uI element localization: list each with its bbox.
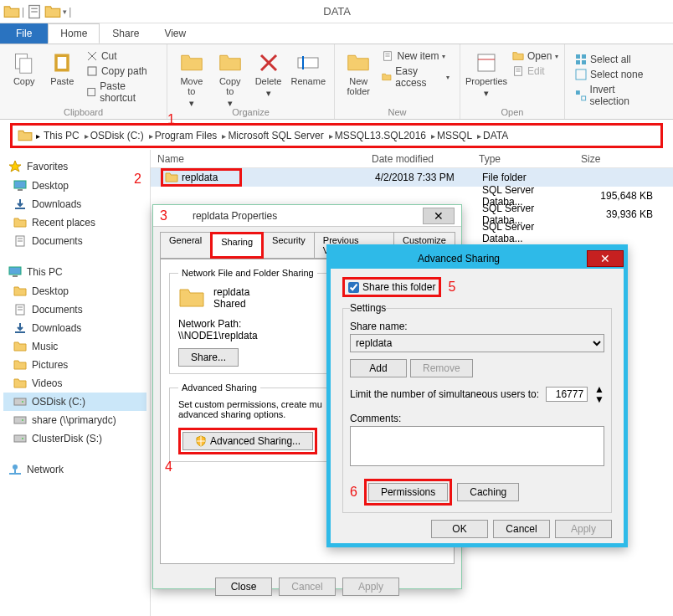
annotation-5: 5: [448, 280, 455, 295]
comments-label: Comments:: [350, 413, 604, 424]
col-date[interactable]: Date modified: [365, 153, 472, 165]
tab-view[interactable]: View: [152, 23, 198, 44]
limit-label: Limit the number of simultaneous users t…: [350, 388, 539, 400]
svg-rect-25: [582, 60, 586, 64]
group-new-label: New: [335, 107, 460, 117]
file-row[interactable]: SQL Server Databa... 195,648 KB: [151, 187, 673, 205]
svg-rect-17: [88, 67, 96, 75]
tab-file[interactable]: File: [0, 23, 48, 44]
share-button[interactable]: Share...: [178, 348, 239, 367]
crumb-data[interactable]: DATA: [483, 130, 508, 141]
nav-downloads-fav[interactable]: Downloads: [3, 195, 146, 213]
selectall-button[interactable]: Select all: [573, 53, 657, 66]
breadcrumb[interactable]: ▸ This PC▸ OSDisk (C:)▸ Program Files▸ M…: [10, 123, 663, 148]
copyto-button[interactable]: Copy to▾: [214, 48, 246, 108]
crumb-inst[interactable]: MSSQL13.SQL2016: [335, 130, 426, 141]
advanced-sharing-button[interactable]: Advanced Sharing...: [182, 432, 313, 450]
prop-tab-general[interactable]: General: [160, 232, 211, 259]
col-size[interactable]: Size: [574, 153, 673, 165]
sharename-select[interactable]: repldata: [350, 334, 604, 352]
ribbon: File Home Share View Copy Paste Cut Copy…: [0, 23, 673, 120]
sidenav: Favorites Desktop Downloads Recent place…: [0, 150, 151, 616]
crumb-pf[interactable]: Program Files: [155, 130, 218, 141]
rename-button[interactable]: Rename: [290, 48, 326, 86]
thispc-header[interactable]: This PC: [3, 262, 146, 282]
nav-music[interactable]: Music: [3, 337, 146, 356]
easyaccess-button[interactable]: Easy access ▾: [380, 64, 451, 90]
adv-cancel[interactable]: Cancel: [493, 520, 550, 538]
moveto-button[interactable]: Move to▾: [176, 48, 208, 108]
svg-rect-16: [58, 57, 67, 69]
adv-apply: Apply: [555, 520, 612, 538]
permissions-button[interactable]: Permissions: [368, 483, 448, 501]
file-row-repldata[interactable]: repldata 4/2/2018 7:33 PM File folder: [151, 168, 673, 187]
limit-input[interactable]: [546, 387, 588, 402]
crumb-mssql[interactable]: MSSQL: [437, 130, 472, 141]
properties-button[interactable]: Properties▾: [469, 48, 504, 98]
props-quick-icon[interactable]: [26, 3, 43, 20]
add-button[interactable]: Add: [350, 359, 407, 377]
paste-button[interactable]: Paste: [46, 48, 77, 86]
prop-close-button[interactable]: ✕: [423, 208, 455, 224]
edit-button: Edit: [511, 64, 560, 78]
svg-rect-14: [19, 59, 31, 74]
crumb-thispc[interactable]: This PC: [44, 130, 80, 141]
col-type[interactable]: Type: [472, 153, 574, 165]
newfolder-quick-icon[interactable]: [44, 3, 61, 20]
network-header[interactable]: Network: [3, 459, 146, 480]
nav-desktop[interactable]: Desktop: [3, 282, 146, 300]
newfolder-button[interactable]: New folder: [343, 48, 373, 96]
copy-button[interactable]: Copy: [8, 48, 39, 86]
prop-tab-security[interactable]: Security: [263, 232, 315, 259]
cut-button[interactable]: Cut: [85, 49, 158, 63]
svg-rect-28: [582, 96, 586, 100]
remove-button: Remove: [410, 359, 473, 377]
newitem-button[interactable]: New item ▾: [380, 49, 451, 63]
prop-cancel: Cancel: [279, 578, 336, 596]
titlebar: | ▾ | DATA: [0, 0, 673, 23]
nav-documents[interactable]: Documents: [3, 300, 146, 319]
shared-status: Shared: [213, 298, 249, 310]
adv-ok[interactable]: OK: [431, 520, 488, 538]
nav-documents-fav[interactable]: Documents: [3, 232, 146, 250]
nav-osdisk[interactable]: OSDisk (C:): [3, 393, 146, 411]
pasteshortcut-button[interactable]: Paste shortcut: [85, 80, 158, 105]
group-clipboard-label: Clipboard: [0, 107, 167, 117]
svg-rect-23: [582, 54, 586, 59]
copypath-button[interactable]: Copy path: [85, 64, 158, 78]
nav-cluster[interactable]: ClusterDisk (S:): [3, 429, 146, 448]
open-button[interactable]: Open ▾: [511, 49, 560, 63]
adv-close-button[interactable]: ✕: [587, 250, 624, 267]
nav-downloads[interactable]: Downloads: [3, 319, 146, 337]
folder-name-display: repldata: [213, 286, 249, 298]
nav-recent-fav[interactable]: Recent places: [3, 213, 146, 232]
tab-share[interactable]: Share: [100, 23, 152, 44]
fs-network-sharing: Network File and Folder Sharing: [178, 268, 317, 278]
fs-advanced-sharing: Advanced Sharing: [178, 382, 260, 393]
crumb-c[interactable]: OSDisk (C:): [90, 130, 144, 141]
crumb-sql[interactable]: Microsoft SQL Server: [228, 130, 323, 141]
tab-home[interactable]: Home: [48, 23, 100, 44]
nav-share[interactable]: share (\\primarydc): [3, 411, 146, 429]
favorites-header[interactable]: Favorites: [3, 157, 146, 177]
invertsel-button[interactable]: Invert selection: [573, 83, 657, 108]
prop-apply: Apply: [342, 578, 399, 596]
sharename-label: Share name:: [350, 321, 604, 332]
annotation-3: 3: [160, 208, 167, 223]
delete-button[interactable]: Delete▾: [253, 48, 285, 98]
prop-tab-sharing[interactable]: Sharing: [210, 232, 264, 259]
col-name[interactable]: Name: [151, 153, 365, 165]
caching-button[interactable]: Caching: [457, 483, 519, 501]
nav-desktop-fav[interactable]: Desktop: [3, 177, 146, 195]
nav-videos[interactable]: Videos: [3, 374, 146, 393]
prop-close[interactable]: Close: [215, 578, 272, 596]
comments-textarea[interactable]: [350, 426, 604, 466]
window-title: DATA: [71, 5, 603, 18]
selectnone-button[interactable]: Select none: [573, 68, 657, 81]
svg-rect-26: [576, 69, 586, 80]
share-folder-checkbox[interactable]: Share this folder: [342, 277, 441, 297]
nav-pictures[interactable]: Pictures: [3, 356, 146, 374]
prop-dlg-title: repldata Properties: [193, 210, 423, 222]
svg-rect-24: [576, 60, 580, 64]
settings-legend: Settings: [350, 302, 386, 314]
